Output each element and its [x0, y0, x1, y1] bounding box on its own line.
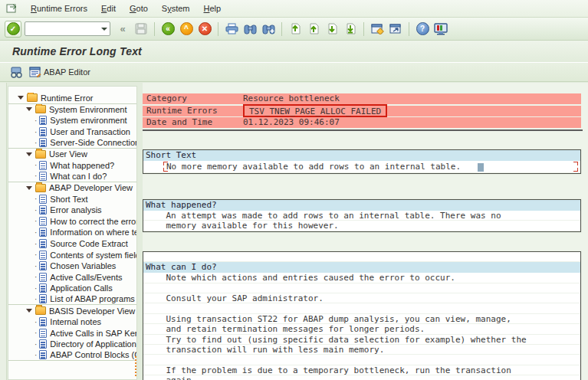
tree-item-doc[interactable]: ·Error analysis [8, 205, 136, 216]
text-cursor [478, 163, 484, 172]
tree-item-doc[interactable]: ·Server-Side Connection [8, 137, 136, 149]
tree-item-label: Active Calls/Events [50, 273, 122, 282]
standard-toolbar: ✓ « « ^ ✕ [0, 18, 588, 41]
tree-item-folder[interactable]: User View [8, 149, 136, 160]
window-menu-icon[interactable] [6, 4, 18, 14]
create-shortcut-button[interactable] [387, 21, 404, 38]
document-icon [39, 195, 47, 204]
find-next-button[interactable] [260, 21, 277, 38]
bullet-icon: · [34, 251, 37, 259]
text-section: What can I do? Note which actions and en… [143, 251, 581, 380]
tree-item-doc[interactable]: ·User and Transaction [8, 126, 136, 138]
tree-item-doc[interactable]: ·Chosen Variables [8, 260, 136, 272]
new-session-button[interactable] [369, 21, 386, 38]
tree-item-doc[interactable]: ·How to correct the error [8, 216, 136, 228]
section-title: Short Text [143, 150, 580, 161]
tree-item-label: System Environment [49, 105, 126, 114]
bullet-icon: · [34, 262, 37, 270]
tree-item-label: ABAP Control Blocks (CO [50, 350, 136, 359]
tree-item-label: System environment [50, 116, 126, 125]
header-divider [143, 129, 583, 131]
menu-item-runtime-errors[interactable]: Runtime Errors [24, 2, 94, 15]
print-button[interactable] [223, 21, 240, 38]
save-button[interactable] [133, 21, 149, 38]
document-icon [39, 116, 47, 125]
document-icon [39, 138, 47, 147]
left-margin-strip [0, 83, 7, 380]
error-header-label: Runtime Errors [143, 106, 243, 116]
navigation-tree: Runtime ErrorSystem Environment·System e… [8, 86, 137, 380]
tree-item-folder[interactable]: BASIS Developer View [8, 305, 136, 316]
section-text-line: Note which actions and entries caused th… [143, 273, 580, 283]
cancel-button[interactable]: ✕ [196, 21, 213, 38]
menu-item-system[interactable]: System [155, 2, 197, 15]
main-area: Runtime ErrorSystem Environment·System e… [0, 83, 588, 380]
error-header-label: Date and Time [143, 117, 243, 128]
menu-item-edit[interactable]: Edit [94, 2, 123, 15]
customize-layout-button[interactable] [432, 21, 449, 38]
document-icon [39, 339, 47, 349]
tree-item-doc[interactable]: ·Active Calls in SAP Kernel [8, 327, 136, 339]
tree-item-doc[interactable]: ·Contents of system fields [8, 249, 136, 260]
tree-item-doc[interactable]: ·List of ABAP programs af [8, 294, 136, 306]
splitter-handle[interactable] [135, 356, 137, 376]
document-icon [39, 172, 47, 181]
print-icon [225, 23, 238, 34]
bullet-icon: · [34, 116, 37, 125]
document-icon [39, 294, 47, 303]
tree-item-doc[interactable]: ·ABAP Control Blocks (CO [8, 350, 136, 362]
binoculars-plus-icon [262, 23, 275, 34]
menu-item-help[interactable]: Help [197, 2, 228, 15]
bullet-icon: · [34, 161, 37, 169]
folder-icon [35, 150, 46, 159]
tree-item-doc[interactable]: ·What can I do? [8, 171, 136, 182]
tree-item-doc[interactable]: ·Information on where term [8, 227, 136, 238]
section-title: What happened? [143, 200, 580, 211]
tree-item-folder[interactable]: ABAP Developer View [8, 182, 136, 194]
bullet-icon: · [34, 240, 37, 248]
command-input[interactable] [25, 21, 110, 36]
document-icon [39, 317, 47, 326]
document-icon [39, 251, 47, 260]
find-button[interactable] [241, 21, 258, 38]
tree-item-folder[interactable]: Runtime Error [8, 93, 136, 104]
tree-item-label: What can I do? [50, 172, 107, 181]
command-dropdown-icon[interactable] [101, 28, 107, 31]
first-page-button[interactable] [287, 21, 304, 38]
tree-item-doc[interactable]: ·System environment [8, 115, 136, 126]
menu-item-goto[interactable]: Goto [123, 2, 155, 15]
abap-editor-button[interactable]: ABAP Editor [26, 66, 94, 78]
help-button[interactable]: ? [414, 21, 431, 38]
enter-button[interactable]: ✓ [5, 21, 21, 38]
folder-icon [35, 184, 46, 192]
tree-item-doc[interactable]: ·Directory of Application [8, 339, 136, 350]
next-page-button[interactable] [324, 21, 340, 38]
field-bracket-right [574, 162, 578, 172]
tree-item-doc[interactable]: ·What happened? [8, 160, 136, 172]
tree-item-doc[interactable]: ·Short Text [8, 193, 136, 205]
display-dumps-button[interactable] [6, 66, 26, 79]
expand-triangle-icon[interactable] [18, 96, 24, 100]
section-text-line [143, 283, 580, 293]
tree-item-folder[interactable]: System Environment [8, 104, 136, 116]
exit-button[interactable]: ^ [178, 21, 195, 38]
section-title: What can I do? [143, 262, 580, 273]
bullet-icon: · [34, 284, 37, 293]
tree-item-doc[interactable]: ·Source Code Extract [8, 238, 136, 250]
expand-triangle-icon[interactable] [26, 107, 32, 111]
tree-item-label: Active Calls in SAP Kernel [50, 329, 136, 338]
tree-item-doc[interactable]: ·Application Calls [8, 283, 136, 294]
tree-item-label: Error analysis [50, 205, 101, 215]
expand-triangle-icon[interactable] [26, 309, 32, 313]
tree-item-label: Short Text [50, 195, 87, 204]
tree-item-doc[interactable]: ·Active Calls/Events [8, 272, 136, 283]
collapse-field-button[interactable]: « [114, 21, 131, 38]
previous-page-button[interactable] [305, 21, 322, 38]
expand-triangle-icon[interactable] [26, 186, 32, 190]
new-session-icon [371, 23, 384, 34]
tree-item-doc[interactable]: ·Internal notes [8, 316, 136, 328]
last-page-button[interactable] [342, 21, 359, 38]
back-button[interactable]: « [159, 21, 176, 38]
title-bar: Runtime Error Long Text [0, 41, 588, 63]
expand-triangle-icon[interactable] [26, 152, 32, 156]
